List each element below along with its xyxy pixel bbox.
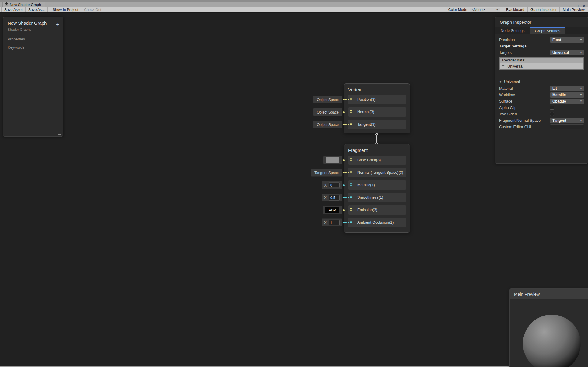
alpha-clip-label: Alpha Clip [499, 106, 550, 110]
port-stub-icon [343, 124, 345, 125]
fragment-normal-space-row: Fragment Normal Space Tangent ▼ [499, 117, 584, 124]
ambient-occlusion-input[interactable] [329, 220, 340, 225]
base-color-chip [323, 156, 342, 164]
chevron-down-icon: ▼ [496, 9, 498, 11]
port-label: Tangent(3) [357, 122, 376, 127]
fragment-normal-space-dropdown[interactable]: Tangent ▼ [550, 118, 584, 123]
port-tangent[interactable] [350, 123, 352, 125]
blackboard-title[interactable]: New Shader Graph [8, 20, 59, 26]
target-settings-row: Target Settings [499, 43, 584, 49]
port-wire [345, 222, 349, 223]
preview-sphere[interactable] [523, 315, 581, 367]
port-normal[interactable] [350, 110, 352, 113]
main-preview-resize-handle[interactable] [583, 365, 586, 365]
metallic-input[interactable] [329, 182, 340, 188]
port-stub-icon [343, 159, 345, 161]
color-swatch[interactable] [326, 157, 339, 163]
port-normal-tangent-space[interactable] [350, 171, 352, 173]
fragment-node[interactable]: Fragment Base Color(3) Tangent Space Nor… [344, 144, 410, 233]
port-stub-icon [343, 172, 345, 173]
document-tab-bar: New Shader Graph ⋮ □ ✕ [0, 2, 588, 7]
surface-dropdown[interactable]: Opaque ▼ [550, 99, 584, 104]
material-value: Lit [552, 86, 557, 91]
reorder-item-universal[interactable]: = Universal [500, 63, 583, 69]
color-mode-dropdown[interactable]: <None> ▼ [470, 8, 500, 12]
precision-value: Float [552, 38, 561, 42]
alpha-clip-row: Alpha Clip [499, 104, 584, 111]
port-ambient-occlusion[interactable] [350, 221, 352, 223]
blackboard-section-keywords[interactable]: Keywords [3, 43, 63, 51]
main-preview-toggle-button[interactable]: Main Preview [560, 7, 587, 12]
precision-dropdown[interactable]: Float ▼ [550, 37, 584, 43]
surface-row: Surface Opaque ▼ [499, 98, 584, 104]
show-in-project-button[interactable]: Show In Project [50, 7, 81, 12]
port-emission[interactable] [350, 208, 352, 211]
port-wire [345, 210, 349, 210]
blackboard-resize-handle[interactable] [58, 134, 61, 135]
hdr-color-swatch[interactable]: HDR [325, 207, 339, 213]
port-wire [345, 172, 349, 173]
inspector-body: Precision Float ▼ Target Settings Target… [495, 34, 588, 130]
two-sided-row: Two Sided [499, 111, 584, 117]
tab-new-shader-graph[interactable]: New Shader Graph [2, 2, 45, 7]
two-sided-checkbox[interactable] [550, 112, 554, 116]
port-label: Metallic(1) [357, 183, 375, 187]
shader-graph-window: New Shader Graph ⋮ □ ✕ Save Asset Save A… [0, 0, 588, 367]
reorder-data-box: Reorder data: = Universal [499, 57, 584, 70]
workflow-dropdown[interactable]: Metallic ▼ [550, 92, 584, 98]
metallic-value-chip: X [322, 181, 342, 189]
fragment-row-emission: HDR Emission(3) [348, 205, 406, 215]
position-space-dropdown[interactable]: Object Space [313, 96, 342, 103]
vertex-node-title: Vertex [344, 84, 410, 95]
main-preview-header[interactable]: Main Preview [510, 289, 588, 300]
fragment-node-title: Fragment [344, 144, 410, 156]
inspector-tabs: Node Settings Graph Settings [495, 27, 588, 34]
vertex-row-position: Object Space Position(3) [348, 95, 406, 104]
add-property-button[interactable]: + [56, 22, 59, 27]
edge-output-cap[interactable] [375, 133, 378, 136]
chevron-down-icon: ▼ [580, 38, 582, 41]
custom-editor-gui-row: Custom Editor GUI [499, 124, 584, 130]
normal-space-dropdown[interactable]: Tangent Space [311, 169, 342, 177]
target-settings-label: Target Settings [499, 44, 584, 48]
graph-inspector-title: Graph Inspector [495, 17, 588, 27]
port-position[interactable] [350, 98, 352, 100]
smoothness-input[interactable] [329, 195, 340, 200]
graph-inspector-panel: Graph Inspector Node Settings Graph Sett… [495, 17, 588, 164]
port-stub-icon [343, 197, 345, 198]
tab-graph-settings[interactable]: Graph Settings [530, 27, 565, 34]
normal-space-dropdown[interactable]: Object Space [313, 108, 342, 116]
port-smoothness[interactable] [350, 196, 352, 198]
check-out-button[interactable]: Check Out [81, 7, 104, 12]
vertex-fragment-edge[interactable] [376, 136, 377, 143]
targets-dropdown[interactable]: Universal ▼ [550, 50, 584, 55]
port-stub-icon [343, 222, 345, 223]
save-asset-button[interactable]: Save Asset [1, 7, 26, 12]
vertex-node[interactable]: Vertex Object Space Position(3) Object S… [344, 83, 410, 133]
blackboard-section-properties[interactable]: Properties [3, 34, 63, 43]
port-stub-icon [343, 209, 345, 211]
port-metallic[interactable] [350, 183, 352, 186]
x-component-label: X [324, 183, 327, 187]
custom-editor-gui-field[interactable] [550, 124, 584, 129]
tangent-space-dropdown[interactable]: Object Space [313, 121, 342, 128]
port-stub-icon [343, 184, 345, 186]
blackboard-toggle-button[interactable]: Blackboard [503, 7, 527, 12]
drag-handle-icon: = [502, 64, 504, 68]
port-base-color[interactable] [350, 158, 352, 161]
fragment-row-base-color: Base Color(3) [348, 156, 406, 165]
main-preview-title: Main Preview [514, 292, 540, 297]
universal-foldout[interactable]: ▼ Universal [499, 78, 584, 85]
port-label: Normal (Tangent Space)(3) [357, 170, 403, 175]
save-as-button[interactable]: Save As... [26, 7, 48, 12]
reorder-data-header: Reorder data: [500, 58, 583, 63]
material-dropdown[interactable]: Lit ▼ [550, 86, 584, 91]
blackboard-header: New Shader Graph Shader Graphs + [3, 17, 63, 34]
port-wire [345, 99, 349, 100]
vertex-row-normal: Object Space Normal(3) [348, 107, 406, 117]
alpha-clip-checkbox[interactable] [550, 106, 554, 110]
chevron-down-icon: ▼ [580, 119, 582, 122]
ambient-occlusion-value-chip: X [322, 219, 342, 226]
tab-node-settings[interactable]: Node Settings [495, 27, 530, 34]
graph-inspector-toggle-button[interactable]: Graph Inspector [527, 7, 560, 12]
